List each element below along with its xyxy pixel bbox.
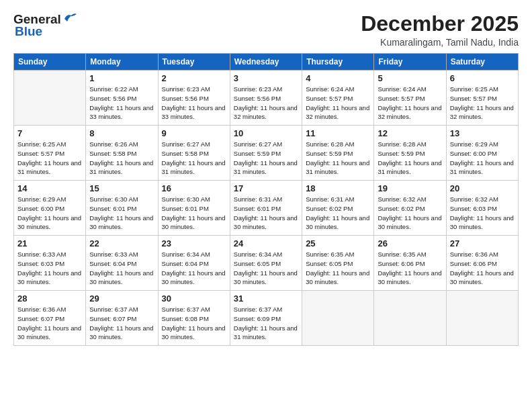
day-number: 14 — [17, 183, 82, 193]
day-info: Sunrise: 6:24 AM Sunset: 5:57 PM Dayligh… — [378, 85, 442, 122]
day-number: 21 — [17, 238, 82, 248]
day-number: 7 — [17, 128, 82, 138]
calendar-week-row: 28Sunrise: 6:36 AM Sunset: 6:07 PM Dayli… — [14, 291, 519, 346]
day-info: Sunrise: 6:32 AM Sunset: 6:03 PM Dayligh… — [450, 195, 515, 232]
calendar-cell: 6Sunrise: 6:25 AM Sunset: 5:57 PM Daylig… — [446, 71, 518, 126]
day-info: Sunrise: 6:30 AM Sunset: 6:01 PM Dayligh… — [89, 195, 154, 232]
day-number: 31 — [234, 293, 298, 304]
day-info: Sunrise: 6:29 AM Sunset: 6:00 PM Dayligh… — [450, 140, 515, 177]
calendar: SundayMondayTuesdayWednesdayThursdayFrid… — [13, 53, 519, 346]
logo-bird-icon — [63, 12, 78, 24]
calendar-cell: 23Sunrise: 6:34 AM Sunset: 6:04 PM Dayli… — [158, 236, 230, 291]
day-number: 2 — [162, 73, 226, 83]
calendar-cell: 11Sunrise: 6:28 AM Sunset: 5:59 PM Dayli… — [302, 126, 374, 181]
calendar-cell: 25Sunrise: 6:35 AM Sunset: 6:05 PM Dayli… — [302, 236, 374, 291]
day-number: 27 — [450, 238, 515, 248]
day-number: 11 — [306, 128, 370, 138]
calendar-cell — [14, 71, 86, 126]
calendar-cell: 2Sunrise: 6:23 AM Sunset: 5:56 PM Daylig… — [158, 71, 230, 126]
calendar-weekday-tuesday: Tuesday — [158, 54, 230, 71]
header: General Blue December 2025 Kumaralingam,… — [13, 12, 519, 48]
calendar-cell: 5Sunrise: 6:24 AM Sunset: 5:57 PM Daylig… — [374, 71, 446, 126]
calendar-cell: 27Sunrise: 6:36 AM Sunset: 6:06 PM Dayli… — [446, 236, 518, 291]
day-info: Sunrise: 6:28 AM Sunset: 5:59 PM Dayligh… — [306, 140, 370, 177]
calendar-cell: 4Sunrise: 6:24 AM Sunset: 5:57 PM Daylig… — [302, 71, 374, 126]
calendar-header-row: SundayMondayTuesdayWednesdayThursdayFrid… — [14, 54, 519, 71]
calendar-cell: 24Sunrise: 6:34 AM Sunset: 6:05 PM Dayli… — [230, 236, 302, 291]
day-info: Sunrise: 6:37 AM Sunset: 6:07 PM Dayligh… — [89, 305, 154, 342]
calendar-week-row: 21Sunrise: 6:33 AM Sunset: 6:03 PM Dayli… — [14, 236, 519, 291]
day-info: Sunrise: 6:37 AM Sunset: 6:09 PM Dayligh… — [234, 305, 298, 342]
day-number: 16 — [162, 183, 226, 193]
day-number: 8 — [89, 128, 154, 138]
calendar-cell: 8Sunrise: 6:26 AM Sunset: 5:58 PM Daylig… — [86, 126, 158, 181]
calendar-weekday-saturday: Saturday — [446, 54, 518, 71]
day-info: Sunrise: 6:27 AM Sunset: 5:59 PM Dayligh… — [234, 140, 298, 177]
day-info: Sunrise: 6:29 AM Sunset: 6:00 PM Dayligh… — [17, 195, 82, 232]
day-info: Sunrise: 6:31 AM Sunset: 6:02 PM Dayligh… — [306, 195, 370, 232]
day-number: 22 — [89, 238, 154, 248]
calendar-cell: 29Sunrise: 6:37 AM Sunset: 6:07 PM Dayli… — [86, 291, 158, 346]
calendar-cell: 31Sunrise: 6:37 AM Sunset: 6:09 PM Dayli… — [230, 291, 302, 346]
calendar-cell: 14Sunrise: 6:29 AM Sunset: 6:00 PM Dayli… — [14, 181, 86, 236]
day-info: Sunrise: 6:36 AM Sunset: 6:07 PM Dayligh… — [17, 305, 82, 342]
title-block: December 2025 Kumaralingam, Tamil Nadu, … — [361, 12, 519, 48]
logo: General Blue — [13, 12, 78, 39]
day-number: 26 — [378, 238, 442, 248]
day-number: 10 — [234, 128, 298, 138]
calendar-cell: 13Sunrise: 6:29 AM Sunset: 6:00 PM Dayli… — [446, 126, 518, 181]
logo-blue: Blue — [15, 24, 42, 39]
day-number: 12 — [378, 128, 442, 138]
day-info: Sunrise: 6:30 AM Sunset: 6:01 PM Dayligh… — [162, 195, 226, 232]
calendar-cell — [302, 291, 374, 346]
calendar-cell: 1Sunrise: 6:22 AM Sunset: 5:56 PM Daylig… — [86, 71, 158, 126]
day-info: Sunrise: 6:34 AM Sunset: 6:05 PM Dayligh… — [234, 250, 298, 287]
calendar-cell: 18Sunrise: 6:31 AM Sunset: 6:02 PM Dayli… — [302, 181, 374, 236]
calendar-cell: 30Sunrise: 6:37 AM Sunset: 6:08 PM Dayli… — [158, 291, 230, 346]
day-info: Sunrise: 6:23 AM Sunset: 5:56 PM Dayligh… — [162, 85, 226, 122]
day-number: 20 — [450, 183, 515, 193]
calendar-cell: 17Sunrise: 6:31 AM Sunset: 6:01 PM Dayli… — [230, 181, 302, 236]
day-number: 25 — [306, 238, 370, 248]
calendar-cell: 9Sunrise: 6:27 AM Sunset: 5:58 PM Daylig… — [158, 126, 230, 181]
calendar-cell: 26Sunrise: 6:35 AM Sunset: 6:06 PM Dayli… — [374, 236, 446, 291]
calendar-cell: 16Sunrise: 6:30 AM Sunset: 6:01 PM Dayli… — [158, 181, 230, 236]
calendar-cell: 12Sunrise: 6:28 AM Sunset: 5:59 PM Dayli… — [374, 126, 446, 181]
day-number: 4 — [306, 73, 370, 83]
day-number: 28 — [17, 293, 82, 304]
day-number: 13 — [450, 128, 515, 138]
calendar-cell: 10Sunrise: 6:27 AM Sunset: 5:59 PM Dayli… — [230, 126, 302, 181]
day-info: Sunrise: 6:36 AM Sunset: 6:06 PM Dayligh… — [450, 250, 515, 287]
month-title: December 2025 — [361, 12, 519, 36]
calendar-cell — [374, 291, 446, 346]
location: Kumaralingam, Tamil Nadu, India — [361, 37, 519, 48]
day-number: 18 — [306, 183, 370, 193]
calendar-cell: 15Sunrise: 6:30 AM Sunset: 6:01 PM Dayli… — [86, 181, 158, 236]
calendar-weekday-friday: Friday — [374, 54, 446, 71]
day-info: Sunrise: 6:25 AM Sunset: 5:57 PM Dayligh… — [17, 140, 82, 177]
day-number: 30 — [162, 293, 226, 304]
day-number: 3 — [234, 73, 298, 83]
day-number: 23 — [162, 238, 226, 248]
calendar-weekday-monday: Monday — [86, 54, 158, 71]
calendar-weekday-sunday: Sunday — [14, 54, 86, 71]
calendar-cell: 20Sunrise: 6:32 AM Sunset: 6:03 PM Dayli… — [446, 181, 518, 236]
calendar-week-row: 1Sunrise: 6:22 AM Sunset: 5:56 PM Daylig… — [14, 71, 519, 126]
day-number: 24 — [234, 238, 298, 248]
calendar-week-row: 7Sunrise: 6:25 AM Sunset: 5:57 PM Daylig… — [14, 126, 519, 181]
calendar-cell: 28Sunrise: 6:36 AM Sunset: 6:07 PM Dayli… — [14, 291, 86, 346]
calendar-weekday-wednesday: Wednesday — [230, 54, 302, 71]
day-number: 6 — [450, 73, 515, 83]
day-info: Sunrise: 6:25 AM Sunset: 5:57 PM Dayligh… — [450, 85, 515, 122]
day-info: Sunrise: 6:35 AM Sunset: 6:06 PM Dayligh… — [378, 250, 442, 287]
day-info: Sunrise: 6:22 AM Sunset: 5:56 PM Dayligh… — [89, 85, 154, 122]
calendar-cell: 7Sunrise: 6:25 AM Sunset: 5:57 PM Daylig… — [14, 126, 86, 181]
calendar-week-row: 14Sunrise: 6:29 AM Sunset: 6:00 PM Dayli… — [14, 181, 519, 236]
page: General Blue December 2025 Kumaralingam,… — [0, 0, 532, 411]
day-info: Sunrise: 6:27 AM Sunset: 5:58 PM Dayligh… — [162, 140, 226, 177]
day-number: 29 — [89, 293, 154, 304]
day-number: 9 — [162, 128, 226, 138]
day-info: Sunrise: 6:26 AM Sunset: 5:58 PM Dayligh… — [89, 140, 154, 177]
day-info: Sunrise: 6:34 AM Sunset: 6:04 PM Dayligh… — [162, 250, 226, 287]
day-number: 15 — [89, 183, 154, 193]
